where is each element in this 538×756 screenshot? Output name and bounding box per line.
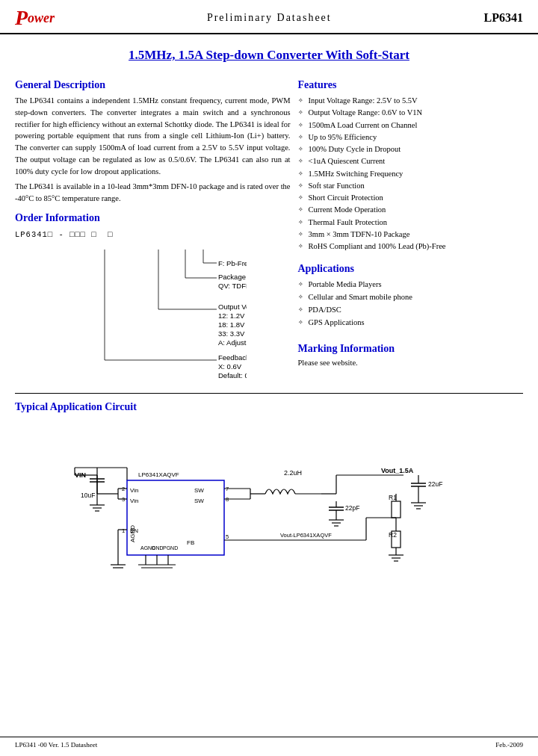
svg-text:QV: TDFN-10: QV: TDFN-10 bbox=[218, 282, 247, 290]
feature-item: Short Circuit Protection bbox=[298, 192, 524, 204]
svg-text:Vin: Vin bbox=[130, 498, 138, 504]
svg-text:LP6341XAQVF: LP6341XAQVF bbox=[138, 471, 179, 478]
svg-text:A:  Adjustable: A: Adjustable bbox=[218, 338, 247, 347]
header-part-number: LP6341 bbox=[484, 11, 523, 25]
page-footer: LP6341 -00 Ver. 1.5 Datasheet Feb.-2009 bbox=[0, 737, 538, 749]
svg-text:18: 1.8V: 18: 1.8V bbox=[218, 320, 245, 329]
svg-text:SW: SW bbox=[194, 498, 204, 504]
svg-text:AGND: AGND bbox=[129, 524, 136, 542]
app-item: Portable Media Players bbox=[298, 279, 524, 291]
header-center: Preliminary Datasheet bbox=[201, 12, 338, 24]
svg-text:Feedback Voltage: Feedback Voltage bbox=[218, 353, 247, 362]
marking-information-heading: Marking Information bbox=[298, 343, 524, 355]
general-description-heading: General Description bbox=[15, 79, 291, 91]
svg-text:PGND: PGND bbox=[163, 545, 178, 551]
feature-item: Soft star Function bbox=[298, 180, 524, 192]
feature-item: Current Mode Operation bbox=[298, 204, 524, 216]
order-information-heading: Order Information bbox=[15, 212, 291, 224]
svg-text:22pF: 22pF bbox=[345, 504, 359, 512]
marking-text: Please see website. bbox=[298, 359, 524, 367]
svg-text:Vin: Vin bbox=[130, 487, 138, 494]
part-number-display: LP6341□ - □□□ □ □ bbox=[15, 230, 291, 239]
main-content: General Description The LP6341 contains … bbox=[0, 72, 538, 385]
page-title: 1.5MHz, 1.5A Step-down Converter With So… bbox=[15, 48, 523, 63]
feature-item: 100% Duty Cycle in Dropout bbox=[298, 143, 524, 155]
svg-text:SW: SW bbox=[194, 487, 204, 494]
svg-text:Default: 0.5V: Default: 0.5V bbox=[218, 371, 247, 379]
svg-text:FB: FB bbox=[187, 539, 194, 546]
feature-item: Input Voltage Range: 2.5V to 5.5V bbox=[298, 95, 524, 107]
svg-text:22uF: 22uF bbox=[428, 480, 442, 488]
general-description-text1: The LP6341 contains a independent 1.5MHz… bbox=[15, 95, 291, 177]
svg-text:2.2uH: 2.2uH bbox=[284, 469, 302, 477]
logo-ower: ower bbox=[28, 10, 55, 26]
feature-item: Up to 95% Efficiency bbox=[298, 131, 524, 143]
svg-text:5: 5 bbox=[226, 533, 229, 540]
svg-text:33: 3.3V: 33: 3.3V bbox=[218, 329, 245, 338]
footer-left: LP6341 -00 Ver. 1.5 Datasheet bbox=[15, 741, 97, 749]
applications-list: Portable Media Players Cellular and Smar… bbox=[298, 279, 524, 329]
right-column: Features Input Voltage Range: 2.5V to 5.… bbox=[298, 72, 524, 385]
feature-item: Thermal Fault Protection bbox=[298, 217, 524, 229]
circuit-diagram-svg: VIN 10uF LP6341XAQVF Vin Vin EN AGND FB … bbox=[52, 419, 486, 568]
app-item: PDA/DSC bbox=[298, 304, 524, 317]
svg-text:Vout-LP6341XAQVF: Vout-LP6341XAQVF bbox=[280, 532, 332, 539]
logo-p: P bbox=[15, 7, 28, 28]
app-item: Cellular and Smart mobile phone bbox=[298, 291, 524, 304]
svg-text:12: 1.2V: 12: 1.2V bbox=[218, 312, 245, 320]
app-item: GPS Applications bbox=[298, 317, 524, 329]
svg-text:10uF: 10uF bbox=[81, 492, 95, 499]
order-information-table: LP6341□ - □□□ □ □ F: Pb-Free Package Typ… bbox=[15, 230, 291, 385]
left-column: General Description The LP6341 contains … bbox=[15, 72, 291, 385]
svg-text:F: Pb-Free: F: Pb-Free bbox=[218, 259, 247, 267]
svg-text:GND: GND bbox=[152, 545, 164, 551]
svg-text:1: 1 bbox=[122, 527, 125, 534]
svg-text:Vout_1.5A: Vout_1.5A bbox=[381, 467, 414, 474]
features-heading: Features bbox=[298, 79, 524, 91]
footer-right: Feb.-2009 bbox=[495, 741, 523, 749]
order-diagram-svg: F: Pb-Free Package Type QV: TDFN-10 Outp… bbox=[15, 242, 247, 384]
svg-text:R2: R2 bbox=[389, 531, 397, 539]
svg-rect-76 bbox=[392, 501, 401, 518]
preliminary-label: Preliminary Datasheet bbox=[207, 12, 332, 23]
typical-circuit-heading: Typical Application Circuit bbox=[15, 401, 523, 413]
logo: Power bbox=[15, 7, 55, 28]
applications-heading: Applications bbox=[298, 263, 524, 275]
page-header: Power Preliminary Datasheet LP6341 bbox=[0, 0, 538, 34]
feature-item: 1.5MHz Switching Frequency bbox=[298, 168, 524, 180]
svg-text:Package Type: Package Type bbox=[218, 273, 247, 281]
svg-text:Output Voltage Type: Output Voltage Type bbox=[218, 303, 247, 311]
circuit-section: Typical Application Circuit VIN 10uF LP6… bbox=[0, 401, 538, 568]
feature-item: 1500mA Load Current on Channel bbox=[298, 120, 524, 131]
general-description-text2: The LP6341 is available in a 10-lead 3mm… bbox=[15, 181, 291, 205]
svg-rect-32 bbox=[127, 480, 224, 555]
features-list: Input Voltage Range: 2.5V to 5.5V Output… bbox=[298, 95, 524, 252]
feature-item: <1uA Quiescent Current bbox=[298, 155, 524, 167]
svg-text:X:     0.6V: X: 0.6V bbox=[218, 362, 242, 371]
feature-item: Output Voltage Range: 0.6V to V1N bbox=[298, 107, 524, 119]
section-divider bbox=[15, 393, 523, 394]
feature-item: RoHS Compliant and 100% Lead (Pb)-Free bbox=[298, 241, 524, 252]
feature-item: 3mm × 3mm TDFN-10 Package bbox=[298, 229, 524, 241]
